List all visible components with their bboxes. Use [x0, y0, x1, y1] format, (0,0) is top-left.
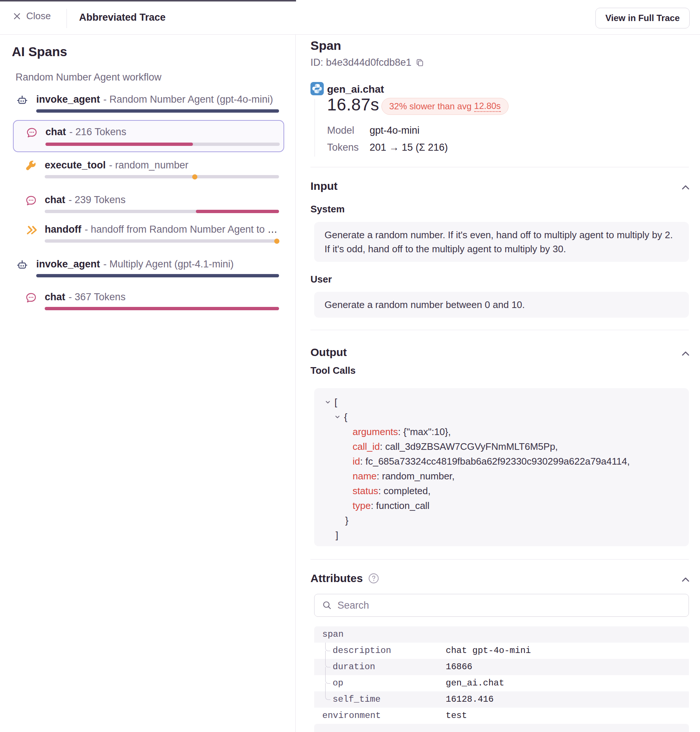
attr-key: self_time: [332, 691, 381, 708]
python-icon: [310, 82, 324, 95]
span-duration-bar: [45, 307, 279, 310]
span-id-text: ID: b4e3d44d0fcdb8e1: [310, 57, 411, 68]
json-colon: :: [398, 424, 403, 439]
attr-row-environment: environmenttest: [314, 708, 689, 724]
json-value: call_3d9ZBSAW7CGVyFNmMLT6M5Pp,: [385, 439, 558, 454]
span-row-label: invoke_agent- Multiply Agent (gpt-4.1-mi…: [36, 258, 234, 270]
tool-calls-json: [{arguments: {"max":10},call_id: call_3d…: [314, 388, 689, 546]
attr-value: 16128.416: [446, 691, 494, 708]
close-label: Close: [26, 10, 51, 22]
badge-avg-value[interactable]: 12.80s: [474, 101, 501, 112]
copy-icon[interactable]: [415, 58, 425, 67]
json-value: {"max":10},: [403, 424, 450, 439]
collapse-input-icon[interactable]: [681, 182, 691, 193]
system-label: System: [310, 204, 345, 215]
view-full-trace-button[interactable]: View in Full Trace: [596, 8, 690, 28]
attr-value: gen_ai.chat: [446, 675, 504, 691]
json-collapse-icon[interactable]: [334, 414, 341, 420]
bar-dot: [274, 239, 279, 244]
span-row-handoff[interactable]: handoff- handoff from Random Number Agen…: [0, 219, 292, 248]
help-icon[interactable]: [368, 573, 379, 584]
span-row-chat[interactable]: chat- 239 Tokens: [0, 189, 292, 218]
model-value: gpt-4o-mini: [369, 125, 419, 136]
span-row-invoke_agent[interactable]: invoke_agent- Random Number Agent (gpt-4…: [0, 89, 292, 117]
collapse-attributes-icon[interactable]: [681, 575, 691, 585]
section-divider: [310, 167, 689, 167]
attributes-section-heading: Attributes: [310, 572, 363, 585]
ai-spans-heading: AI Spans: [12, 44, 67, 59]
json-line: call_id: call_3d9ZBSAW7CGVyFNmMLT6M5Pp,: [325, 439, 679, 454]
topbar-title: Abbreviated Trace: [79, 12, 166, 23]
json-line: [: [325, 395, 679, 409]
bar-dot: [192, 174, 197, 179]
attr-row-span: span: [314, 626, 689, 643]
chat-bubble-icon: [26, 127, 38, 138]
bar-fill: [196, 210, 279, 213]
json-key: arguments: [353, 424, 398, 439]
attr-key: description: [332, 643, 391, 659]
attr-value: 16866: [446, 659, 472, 675]
span-row-label: chat- 216 Tokens: [46, 126, 126, 138]
ai-spans-panel: AI Spans Random Number Agent workflow in…: [0, 35, 296, 732]
collapse-output-icon[interactable]: [681, 349, 691, 359]
json-key: type: [353, 498, 371, 513]
span-duration-bar: [36, 109, 279, 113]
attr-value: chat gpt-4o-mini: [446, 643, 531, 659]
json-colon: :: [380, 439, 385, 454]
json-colon: :: [360, 454, 365, 469]
close-icon: [13, 12, 21, 21]
user-message-box: Generate a random number between 0 and 1…: [314, 292, 689, 318]
span-id: ID: b4e3d44d0fcdb8e1: [310, 57, 425, 68]
json-value: completed,: [384, 483, 431, 498]
json-line: id: fc_685a73324cc4819fbab6a62f92330c930…: [325, 454, 679, 469]
attr-key: duration: [332, 659, 375, 675]
output-section-heading: Output: [310, 346, 347, 359]
json-colon: :: [376, 469, 382, 483]
wrench-icon: [25, 160, 37, 172]
search-icon: [322, 600, 332, 610]
tokens-label: Tokens: [327, 142, 359, 153]
attr-row-description: descriptionchat gpt-4o-mini: [314, 643, 689, 659]
span-detail-panel: Span ID: b4e3d44d0fcdb8e1 gen_ai.chat 16…: [296, 0, 700, 732]
bar-fill: [36, 274, 279, 277]
span-row-chat[interactable]: chat- 216 Tokens: [13, 120, 284, 152]
robot-icon: [16, 259, 28, 271]
span-row-chat[interactable]: chat- 367 Tokens: [0, 286, 292, 315]
attr-row-partial: [314, 724, 689, 732]
json-key: name: [353, 469, 376, 483]
span-meta-guide-line: [315, 99, 315, 157]
attr-row-duration: duration16866: [314, 659, 689, 675]
attr-key: environment: [322, 708, 381, 724]
span-row-invoke_agent[interactable]: invoke_agent- Multiply Agent (gpt-4.1-mi…: [0, 253, 292, 282]
slower-than-avg-badge: 32% slower than avg 12.80s: [381, 98, 509, 115]
json-line: name: random_number,: [325, 469, 679, 483]
input-section-heading: Input: [310, 180, 337, 192]
attributes-search-input[interactable]: [337, 600, 681, 611]
span-row-label: execute_tool- random_number: [45, 160, 188, 171]
span-row-label: invoke_agent- Random Number Agent (gpt-4…: [36, 94, 273, 105]
span-row-label: chat- 239 Tokens: [45, 194, 126, 206]
span-duration-bar: [45, 175, 279, 178]
attr-key: span: [322, 626, 344, 643]
attr-value: test: [446, 708, 467, 724]
span-row-label: handoff- handoff from Random Number Agen…: [45, 224, 285, 235]
close-button[interactable]: Close: [13, 10, 51, 22]
attr-row-self_time: self_time16128.416: [314, 691, 689, 708]
span-row-execute_tool[interactable]: execute_tool- random_number: [0, 154, 292, 183]
chat-bubble-icon: [25, 195, 37, 207]
json-bracket: {: [344, 409, 347, 424]
section-divider: [310, 559, 689, 559]
json-line: {: [325, 409, 679, 424]
span-detail-heading: Span: [310, 38, 341, 53]
topbar-divider: [66, 9, 67, 28]
json-line: ]: [325, 528, 679, 543]
bar-fill: [46, 142, 193, 146]
system-message-box: Generate a random number. If it's even, …: [314, 222, 689, 262]
tokens-value: 201 → 15 (Σ 216): [369, 142, 448, 153]
json-collapse-icon[interactable]: [325, 399, 331, 405]
attributes-search: [314, 594, 689, 617]
json-bracket: ]: [335, 528, 338, 543]
json-colon: :: [378, 483, 383, 498]
attr-row-op: opgen_ai.chat: [314, 675, 689, 691]
json-value: function_call: [376, 498, 430, 513]
